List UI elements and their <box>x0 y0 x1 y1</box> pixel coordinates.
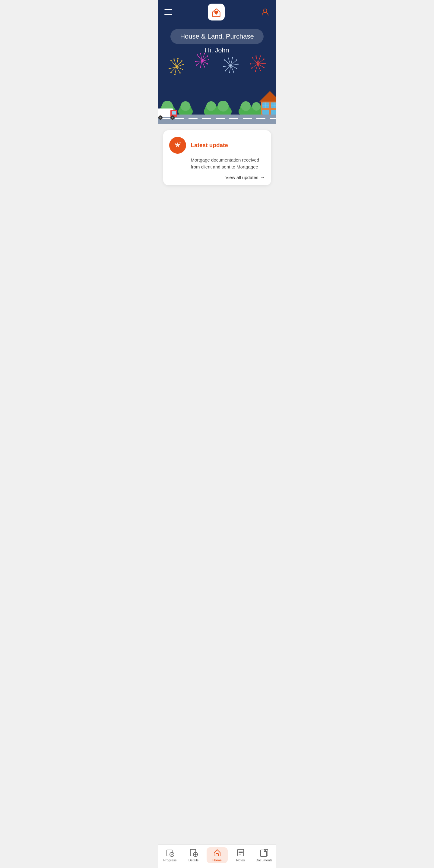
progress-icon <box>166 848 174 857</box>
svg-point-63 <box>223 66 224 67</box>
svg-point-60 <box>233 71 234 73</box>
svg-point-115 <box>252 102 261 111</box>
nav-label-progress: Progress <box>163 858 176 862</box>
nav-label-home: Home <box>212 858 222 862</box>
svg-point-57 <box>236 59 237 61</box>
svg-point-110 <box>241 101 251 111</box>
notes-icon <box>236 848 245 857</box>
svg-point-58 <box>237 64 238 65</box>
svg-rect-125 <box>271 110 276 115</box>
svg-point-19 <box>174 74 176 75</box>
svg-rect-128 <box>161 118 170 119</box>
greeting-text: Hi, John <box>158 46 276 54</box>
svg-point-13 <box>173 59 175 60</box>
update-icon-circle <box>169 137 186 154</box>
menu-button[interactable] <box>164 9 172 15</box>
svg-point-141 <box>160 117 161 119</box>
svg-point-84 <box>250 63 251 64</box>
svg-point-14 <box>177 58 178 59</box>
svg-point-78 <box>263 59 264 60</box>
svg-point-15 <box>181 60 182 61</box>
view-all-label: View all updates <box>226 175 258 180</box>
arrow-right-icon: → <box>260 175 265 180</box>
svg-rect-129 <box>175 118 184 119</box>
svg-point-76 <box>256 56 257 57</box>
svg-point-82 <box>255 70 256 72</box>
nav-item-home[interactable]: Home <box>207 847 228 863</box>
content-area: Latest update Mortgage documentation rec… <box>158 124 276 275</box>
svg-point-80 <box>263 67 264 68</box>
documents-icon <box>260 848 268 857</box>
svg-point-145 <box>175 143 176 144</box>
bottom-navigation: Progress Details Home Notes <box>158 844 276 868</box>
view-all-updates-link[interactable]: View all updates → <box>169 175 265 180</box>
svg-point-62 <box>225 70 226 71</box>
svg-point-54 <box>224 59 225 61</box>
svg-line-69 <box>258 63 265 64</box>
nav-label-details: Details <box>189 858 199 862</box>
scene-illustration <box>158 82 276 124</box>
nav-item-documents[interactable]: Documents <box>254 847 275 863</box>
svg-point-21 <box>169 68 170 69</box>
svg-point-77 <box>260 56 261 57</box>
nav-item-notes[interactable]: Notes <box>230 847 251 863</box>
svg-point-38 <box>207 63 208 64</box>
svg-point-56 <box>232 57 233 58</box>
nav-label-documents: Documents <box>256 858 273 862</box>
svg-point-61 <box>229 72 230 73</box>
svg-point-55 <box>228 58 229 59</box>
svg-rect-134 <box>243 118 252 119</box>
nav-label-notes: Notes <box>236 858 245 862</box>
svg-point-95 <box>181 101 190 111</box>
svg-rect-136 <box>270 118 276 119</box>
svg-point-12 <box>170 60 172 61</box>
user-profile-button[interactable] <box>260 7 270 17</box>
svg-rect-132 <box>215 118 225 119</box>
hero-section: House & Land, Purchase Hi, John <box>158 24 276 124</box>
svg-point-143 <box>172 117 173 119</box>
svg-point-39 <box>204 66 205 67</box>
update-card-body: Mortgage documentation received from cli… <box>191 157 265 170</box>
svg-point-17 <box>182 69 183 70</box>
details-icon <box>190 848 198 857</box>
svg-point-75 <box>252 57 253 59</box>
svg-rect-139 <box>172 111 176 115</box>
svg-point-41 <box>196 64 197 66</box>
svg-point-16 <box>182 64 184 65</box>
svg-point-18 <box>179 72 181 73</box>
app-header <box>158 0 276 24</box>
svg-rect-130 <box>189 118 198 119</box>
svg-point-20 <box>170 72 172 73</box>
update-card-title: Latest update <box>191 142 228 149</box>
app-logo <box>208 4 225 21</box>
svg-point-105 <box>218 101 229 112</box>
svg-point-37 <box>208 59 209 60</box>
nav-item-progress[interactable]: Progress <box>160 847 181 863</box>
svg-point-59 <box>236 68 237 69</box>
svg-point-33 <box>197 54 198 56</box>
update-card-header: Latest update <box>169 137 265 154</box>
svg-point-0 <box>263 9 267 12</box>
svg-rect-135 <box>256 118 265 119</box>
fireworks-decoration <box>158 58 276 82</box>
svg-rect-152 <box>216 854 219 856</box>
svg-point-36 <box>207 56 208 57</box>
svg-rect-131 <box>202 118 211 119</box>
svg-rect-133 <box>229 118 238 119</box>
svg-point-100 <box>206 101 216 111</box>
update-card: Latest update Mortgage documentation rec… <box>163 130 271 185</box>
svg-point-40 <box>200 67 201 68</box>
svg-point-144 <box>179 142 181 144</box>
svg-point-147 <box>170 852 174 857</box>
property-type-label: House & Land, Purchase <box>180 33 254 40</box>
svg-point-81 <box>260 70 261 71</box>
svg-rect-124 <box>262 110 269 115</box>
svg-point-79 <box>264 63 266 64</box>
home-icon <box>213 848 221 857</box>
svg-point-42 <box>195 61 196 62</box>
property-type-badge: House & Land, Purchase <box>170 29 264 44</box>
svg-point-83 <box>251 67 253 69</box>
nav-item-details[interactable]: Details <box>183 847 204 863</box>
